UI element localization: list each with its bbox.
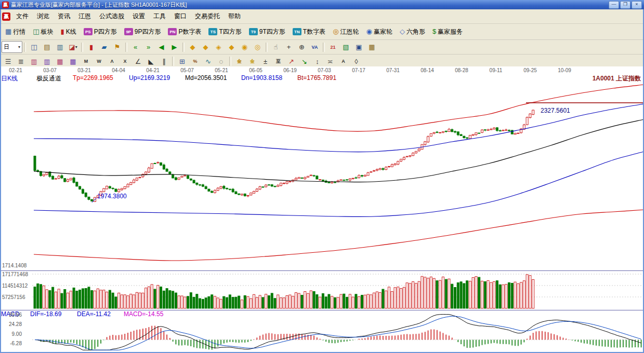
gann-square-button[interactable]: ◆ xyxy=(186,41,199,53)
mark-flag-button[interactable]: ⚑ xyxy=(111,41,124,53)
window-layout-button[interactable]: ◫ xyxy=(28,41,41,53)
date-axis-label-10: 07-17 xyxy=(352,67,365,73)
bar-display-button[interactable]: ▰ xyxy=(98,41,111,53)
p-square-button[interactable]: PSP四方形 xyxy=(80,26,121,38)
channel-bt-value: Bt=1765.7891 xyxy=(297,74,336,82)
wave-tool-button[interactable]: ∿ xyxy=(202,56,215,67)
bar-prev-button[interactable]: ◀ xyxy=(155,41,168,53)
golden-spiral-button[interactable]: 金 xyxy=(246,56,259,67)
gann-hexagon-button[interactable]: ◆ xyxy=(225,41,238,53)
date-axis-label-7: 06-05 xyxy=(249,67,262,73)
period-daily-icon: 日 xyxy=(4,43,9,51)
macd-axis-label-0: 39.56 xyxy=(1,312,22,318)
menu-item-8[interactable]: 交易委托 xyxy=(191,10,224,22)
column-view-button[interactable]: ▥ xyxy=(54,41,67,53)
t-number-table-label: T数字表 xyxy=(303,28,325,36)
kline-display-button[interactable]: ▮ xyxy=(85,41,98,53)
pan-hand-button[interactable]: ☝ xyxy=(269,41,282,53)
page-first-button[interactable]: « xyxy=(129,41,142,53)
menu-item-5[interactable]: 设置 xyxy=(128,10,149,22)
text-note-button[interactable]: A xyxy=(337,56,350,67)
date-axis-label-5: 05-07 xyxy=(180,67,194,73)
zigzag-m-button[interactable]: M xyxy=(80,56,93,67)
bar-pattern-2-button[interactable]: ▥ xyxy=(41,56,54,67)
golden-section-button[interactable]: 金 xyxy=(233,56,246,67)
date-axis-label-2: 03-21 xyxy=(77,67,91,73)
cross-line-button[interactable]: X xyxy=(119,56,132,67)
menu-item-9[interactable]: 帮助 xyxy=(224,10,245,22)
balance-tool-button[interactable]: ± xyxy=(259,56,272,67)
bar-pattern-4-button[interactable]: ▦ xyxy=(67,56,80,67)
maximize-button[interactable]: ❐ xyxy=(620,1,630,9)
close-button[interactable]: × xyxy=(632,1,642,9)
arrow-up-tool-button[interactable]: ↗ xyxy=(285,56,298,67)
winner-wheel-button[interactable]: ◉赢家轮 xyxy=(363,26,396,38)
gann-square-9-button[interactable]: ◆ xyxy=(199,41,212,53)
note-pad-button[interactable]: ▤ xyxy=(41,41,54,53)
parallel-channel-button[interactable]: ∥ xyxy=(157,56,170,67)
sectors-button[interactable]: ◫板块 xyxy=(29,26,57,38)
calendar-21-button[interactable]: 21 xyxy=(326,41,339,53)
square-grid-button[interactable]: ⊞ xyxy=(176,56,189,67)
kline-button[interactable]: ▮K线 xyxy=(57,26,80,38)
app-menu-logo-icon: 赢 xyxy=(2,12,10,21)
screen-monitor-button[interactable]: ▣ xyxy=(352,41,365,53)
minimize-button[interactable]: — xyxy=(609,1,619,9)
peak-marker-button[interactable]: Λ xyxy=(106,56,119,67)
gann-fan-button[interactable]: ◣ xyxy=(144,56,157,67)
list-lines-button[interactable]: ☰ xyxy=(2,56,15,67)
gann-diamond-button[interactable]: ◈ xyxy=(212,41,225,53)
sectors-label: 板块 xyxy=(41,28,54,36)
hexagon-button[interactable]: ◇六角形 xyxy=(396,26,429,38)
gann-circle-button[interactable]: ◎ xyxy=(251,41,264,53)
green-stat-button[interactable]: ▧ xyxy=(339,41,352,53)
zigzag-w-icon: W xyxy=(97,59,101,64)
segment-tool-button[interactable]: ↕ xyxy=(311,56,324,67)
gann-wheel-button[interactable]: ◎江恩轮 xyxy=(329,26,362,38)
angle-line-button[interactable]: ∠ xyxy=(132,56,144,67)
p-number-table-button[interactable]: PNP数字表 xyxy=(164,26,205,38)
gann-square-9-icon: ◆ xyxy=(203,43,208,51)
zigzag-w-button[interactable]: W xyxy=(93,56,106,67)
t-square-button[interactable]: TST四方形 xyxy=(205,26,245,38)
menu-item-4[interactable]: 公式选股 xyxy=(95,10,128,22)
percent-line-button[interactable]: % xyxy=(189,56,202,67)
bar-pattern-1-button[interactable]: ▥ xyxy=(28,56,41,67)
t-number-table-button[interactable]: TNT数字表 xyxy=(289,26,329,38)
t9-square-icon: T9 xyxy=(249,28,258,35)
menu-item-7[interactable]: 窗口 xyxy=(170,10,191,22)
winner-service-button[interactable]: $赢家服务 xyxy=(429,26,466,38)
menu-item-1[interactable]: 浏览 xyxy=(33,10,54,22)
date-axis-label-11: 07-31 xyxy=(386,67,400,73)
ruler-tool-button[interactable]: ≍ xyxy=(324,56,337,67)
extreme-tool-button[interactable]: 至 xyxy=(272,56,285,67)
macd-axis-label-1: 24.28 xyxy=(1,321,22,327)
hexagon-icon: ◇ xyxy=(400,28,405,35)
p9-square-button[interactable]: 9P9P四方形 xyxy=(121,26,165,38)
erase-tool-button[interactable]: ◊ xyxy=(350,56,363,67)
page-last-button[interactable]: » xyxy=(142,41,155,53)
save-disk-button[interactable]: ▦ xyxy=(365,41,378,53)
bar-next-button[interactable]: ▶ xyxy=(168,41,181,53)
zoom-button[interactable]: ⊕ xyxy=(295,41,308,53)
period-daily-button[interactable]: 日▾ xyxy=(2,41,22,53)
ladder-grid-button[interactable]: ≣ xyxy=(15,56,28,67)
quotes-button[interactable]: ▦行情 xyxy=(2,26,29,38)
brush-style-button[interactable]: ◪▾ xyxy=(67,41,80,53)
menu-item-3[interactable]: 江恩 xyxy=(74,10,95,22)
va-tool-button[interactable]: VA xyxy=(308,41,321,53)
chart-region: 日K线 极反通道 Tp=2269.1965 Up=2169.3219 Md=20… xyxy=(0,66,644,353)
crosshair-button[interactable]: + xyxy=(282,41,295,53)
gann-wheel-tool-button[interactable]: ◉ xyxy=(238,41,251,53)
menu-item-6[interactable]: 工具 xyxy=(149,10,170,22)
menu-item-0[interactable]: 文件 xyxy=(12,10,33,22)
arrow-down-tool-button[interactable]: ↘ xyxy=(298,56,311,67)
cross-line-icon: X xyxy=(123,59,126,64)
p9-square-label: 9P四方形 xyxy=(135,28,161,36)
bar-pattern-3-button[interactable]: ▦ xyxy=(54,56,67,67)
cycle-circle-button[interactable]: ◌ xyxy=(215,56,228,67)
t9-square-button[interactable]: T99T四方形 xyxy=(245,26,289,38)
menu-item-2[interactable]: 资讯 xyxy=(54,10,74,22)
date-axis-label-12: 08-14 xyxy=(420,67,434,73)
dropdown-caret-icon: ▾ xyxy=(18,45,20,49)
